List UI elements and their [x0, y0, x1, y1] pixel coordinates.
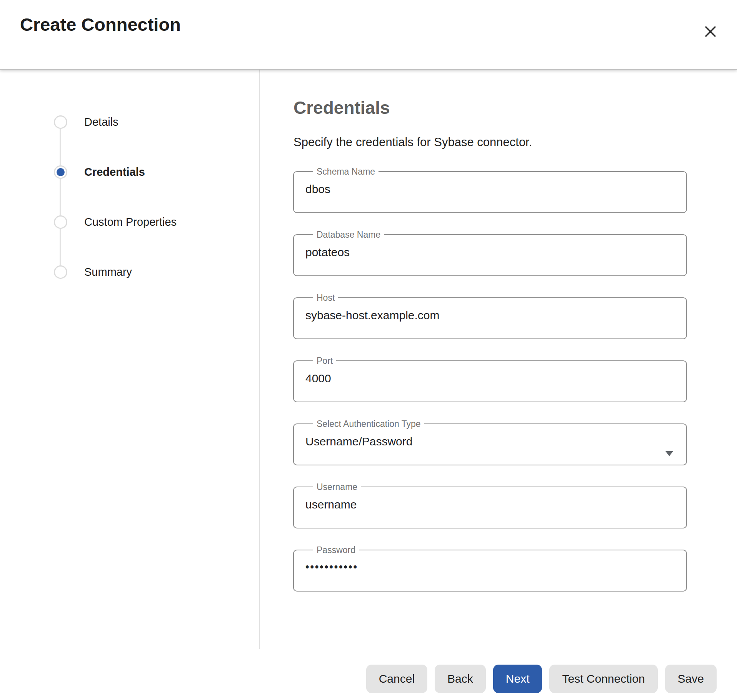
step-active-dot: [57, 168, 65, 176]
field-label: Schema Name: [313, 167, 379, 177]
field-schema-name: Schema Name: [293, 167, 687, 213]
stepper-panel: Details Credentials Custom Properties Su…: [0, 70, 259, 700]
close-icon: [703, 24, 718, 39]
field-host: Host: [293, 293, 687, 339]
panel-divider: [259, 70, 260, 649]
database-name-input[interactable]: [305, 246, 675, 259]
step-label: Details: [84, 116, 118, 128]
field-label: Port: [313, 356, 336, 366]
step-active-dot: [57, 268, 65, 276]
test-connection-button[interactable]: Test Connection: [549, 665, 657, 693]
step-label: Custom Properties: [84, 216, 177, 228]
port-input[interactable]: [305, 372, 675, 385]
step-active-dot: [57, 118, 65, 126]
stepper-step-details[interactable]: Details: [54, 115, 118, 129]
step-indicator: [54, 115, 67, 129]
field-select-authentication-type[interactable]: Select Authentication Type: [293, 419, 687, 465]
form-fields: Schema Name Database Name Host Port Sele…: [293, 167, 687, 592]
step-active-dot: [57, 218, 65, 226]
form-heading: Credentials: [293, 97, 390, 118]
select-authentication-type-select[interactable]: [305, 435, 675, 448]
close-button[interactable]: [701, 22, 720, 42]
field-username: Username: [293, 482, 687, 528]
stepper-step-summary[interactable]: Summary: [54, 265, 132, 279]
username-input[interactable]: [305, 498, 675, 511]
field-database-name: Database Name: [293, 230, 687, 276]
save-button[interactable]: Save: [665, 665, 717, 693]
stepper-step-custom-properties[interactable]: Custom Properties: [54, 215, 177, 229]
password-input[interactable]: [305, 561, 675, 573]
create-connection-dialog: { "dialog": { "title": "Create Connectio…: [0, 0, 737, 700]
field-port: Port: [293, 356, 687, 402]
form-subtitle: Specify the credentials for Sybase conne…: [293, 135, 532, 149]
step-indicator: [54, 165, 67, 179]
step-label: Credentials: [84, 166, 145, 178]
field-password: Password: [293, 545, 687, 592]
step-indicator: [54, 215, 67, 229]
back-button[interactable]: Back: [435, 665, 486, 693]
field-label: Select Authentication Type: [313, 419, 424, 429]
field-label: Host: [313, 293, 338, 303]
dialog-title: Create Connection: [20, 14, 181, 35]
field-label: Password: [313, 545, 359, 555]
host-input[interactable]: [305, 309, 675, 322]
field-label: Database Name: [313, 230, 384, 240]
field-label: Username: [313, 482, 361, 492]
cancel-button[interactable]: Cancel: [366, 665, 427, 693]
step-indicator: [54, 265, 67, 279]
stepper-connector-line: [60, 122, 61, 272]
footer-actions: CancelBackNextTest ConnectionSave: [366, 665, 717, 693]
chevron-down-icon: [665, 451, 673, 456]
step-label: Summary: [84, 266, 132, 278]
dialog-header: Create Connection: [0, 0, 737, 70]
stepper-step-credentials[interactable]: Credentials: [54, 165, 145, 179]
next-button[interactable]: Next: [493, 665, 542, 693]
schema-name-input[interactable]: [305, 183, 675, 196]
